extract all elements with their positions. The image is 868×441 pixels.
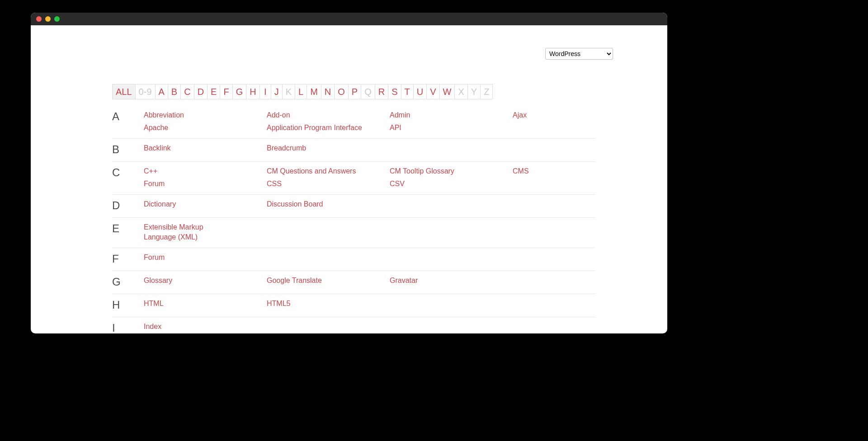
alpha-filter-k: K bbox=[283, 84, 295, 99]
glossary-term-empty bbox=[390, 299, 513, 309]
glossary-term-empty bbox=[513, 276, 595, 286]
category-select[interactable]: WordPress bbox=[545, 48, 613, 60]
glossary-term[interactable]: Application Program Interface bbox=[267, 123, 390, 133]
section-letter: D bbox=[112, 199, 144, 212]
glossary-term[interactable]: Glossary bbox=[144, 276, 267, 286]
glossary-term[interactable]: Abbreviation bbox=[144, 110, 267, 120]
window-titlebar bbox=[31, 13, 667, 25]
alpha-filter-x: X bbox=[455, 84, 467, 99]
alpha-filter-z: Z bbox=[481, 84, 493, 99]
alpha-filter-h[interactable]: H bbox=[246, 84, 259, 99]
section-terms: Extensible Markup Language (XML) bbox=[144, 222, 595, 242]
section-terms: DictionaryDiscussion Board bbox=[144, 199, 595, 212]
alpha-filter-all[interactable]: ALL bbox=[113, 84, 136, 99]
alpha-filter-l[interactable]: L bbox=[295, 84, 307, 99]
alpha-filter-y: Y bbox=[468, 84, 481, 99]
glossary-term-empty bbox=[267, 222, 390, 242]
alpha-filter-m[interactable]: M bbox=[307, 84, 321, 99]
glossary-term[interactable]: CMS bbox=[513, 166, 595, 176]
glossary-term[interactable]: HTML bbox=[144, 299, 267, 309]
section-letter: C bbox=[112, 166, 144, 189]
glossary-term-empty bbox=[390, 199, 513, 209]
alphabet-filter-bar: ALL0-9ABCDEFGHIJKLMNOPQRSTUVWXYZ bbox=[112, 84, 493, 99]
glossary-term[interactable]: Forum bbox=[144, 253, 267, 263]
glossary-term-empty bbox=[390, 253, 513, 263]
glossary-term[interactable]: CSV bbox=[390, 179, 513, 189]
glossary-term[interactable]: CM Tooltip Glossary bbox=[390, 166, 513, 176]
section-letter: B bbox=[112, 143, 144, 156]
glossary-section-g: GGlossaryGoogle TranslateGravatar bbox=[112, 271, 595, 294]
glossary-term-empty bbox=[390, 143, 513, 153]
section-terms: Forum bbox=[144, 253, 595, 265]
alpha-filter-g[interactable]: G bbox=[233, 84, 247, 99]
alpha-filter-v[interactable]: V bbox=[427, 84, 439, 99]
glossary-term[interactable]: API bbox=[390, 123, 513, 133]
glossary-term[interactable]: Index bbox=[144, 322, 267, 332]
section-letter: I bbox=[112, 322, 144, 333]
window-minimize-icon[interactable] bbox=[45, 16, 51, 22]
section-terms: HTMLHTML5 bbox=[144, 299, 595, 311]
glossary-term-empty bbox=[267, 322, 390, 332]
glossary-term[interactable]: Gravatar bbox=[390, 276, 513, 286]
glossary-term[interactable]: Breadcrumb bbox=[267, 143, 390, 153]
alpha-filter-0-9: 0-9 bbox=[136, 84, 156, 99]
section-terms: C++CM Questions and AnswersCM Tooltip Gl… bbox=[144, 166, 595, 189]
category-select-wrap: WordPress bbox=[545, 48, 613, 60]
alpha-filter-w[interactable]: W bbox=[440, 84, 455, 99]
glossary-section-h: HHTMLHTML5 bbox=[112, 294, 595, 317]
alpha-filter-r[interactable]: R bbox=[375, 84, 388, 99]
glossary-term-empty bbox=[513, 199, 595, 209]
alpha-filter-f[interactable]: F bbox=[220, 84, 232, 99]
glossary-section-e: EExtensible Markup Language (XML) bbox=[112, 218, 595, 248]
alpha-filter-j[interactable]: J bbox=[271, 84, 283, 99]
glossary-term[interactable]: Forum bbox=[144, 179, 267, 189]
glossary-term[interactable]: CM Questions and Answers bbox=[267, 166, 390, 176]
glossary-term[interactable]: HTML5 bbox=[267, 299, 390, 309]
glossary-term[interactable]: Apache bbox=[144, 123, 267, 133]
section-letter: E bbox=[112, 222, 144, 242]
window-close-icon[interactable] bbox=[36, 16, 42, 22]
glossary-term[interactable]: Ajax bbox=[513, 110, 595, 120]
section-terms: BacklinkBreadcrumb bbox=[144, 143, 595, 156]
glossary-section-c: CC++CM Questions and AnswersCM Tooltip G… bbox=[112, 162, 595, 195]
glossary-term[interactable]: Discussion Board bbox=[267, 199, 390, 209]
alpha-filter-o[interactable]: O bbox=[335, 84, 349, 99]
glossary-term[interactable]: CSS bbox=[267, 179, 390, 189]
alpha-filter-b[interactable]: B bbox=[168, 84, 181, 99]
section-terms: GlossaryGoogle TranslateGravatar bbox=[144, 276, 595, 288]
glossary-term[interactable]: Admin bbox=[390, 110, 513, 120]
window-maximize-icon[interactable] bbox=[54, 16, 60, 22]
alpha-filter-i[interactable]: I bbox=[260, 84, 271, 99]
alpha-filter-d[interactable]: D bbox=[194, 84, 208, 99]
glossary-term-empty bbox=[390, 222, 513, 242]
alpha-filter-a[interactable]: A bbox=[156, 84, 168, 99]
glossary-term-empty bbox=[513, 143, 595, 153]
glossary-term[interactable]: Backlink bbox=[144, 143, 267, 153]
app-window: WordPress ALL0-9ABCDEFGHIJKLMNOPQRSTUVWX… bbox=[31, 13, 667, 333]
glossary-term[interactable]: C++ bbox=[144, 166, 267, 176]
alpha-filter-u[interactable]: U bbox=[414, 84, 427, 99]
alpha-filter-e[interactable]: E bbox=[208, 84, 220, 99]
glossary-term-empty bbox=[390, 322, 513, 332]
glossary-term-empty bbox=[513, 322, 595, 332]
alpha-filter-t[interactable]: T bbox=[401, 84, 414, 99]
glossary-term[interactable]: Extensible Markup Language (XML) bbox=[144, 222, 234, 242]
glossary-section-d: DDictionaryDiscussion Board bbox=[112, 195, 595, 218]
glossary-section-i: IIndex bbox=[112, 317, 595, 333]
section-letter: H bbox=[112, 299, 144, 311]
alpha-filter-n[interactable]: N bbox=[321, 84, 335, 99]
glossary-section-b: BBacklinkBreadcrumb bbox=[112, 139, 595, 162]
glossary-term[interactable]: Dictionary bbox=[144, 199, 267, 209]
glossary-term[interactable]: Add-on bbox=[267, 110, 390, 120]
section-letter: F bbox=[112, 253, 144, 265]
alpha-filter-c[interactable]: C bbox=[181, 84, 194, 99]
glossary-term-empty bbox=[513, 123, 595, 133]
glossary-term-empty bbox=[513, 253, 595, 263]
glossary-term[interactable]: Google Translate bbox=[267, 276, 390, 286]
section-terms: Index bbox=[144, 322, 595, 333]
alpha-filter-s[interactable]: S bbox=[388, 84, 401, 99]
alpha-filter-p[interactable]: P bbox=[349, 84, 361, 99]
glossary-section-a: AAbbreviationAdd-onAdminAjaxApacheApplic… bbox=[112, 106, 595, 139]
glossary-term-empty bbox=[267, 253, 390, 263]
alpha-filter-q: Q bbox=[361, 84, 375, 99]
